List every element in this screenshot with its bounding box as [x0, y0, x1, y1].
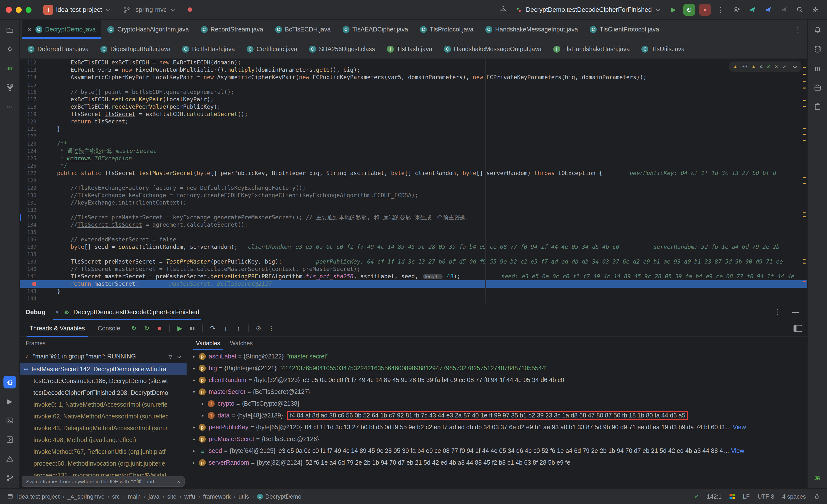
services-icon[interactable] [3, 433, 16, 446]
line-number[interactable]: 124 [20, 148, 43, 155]
debug-tool-window-icon[interactable] [3, 376, 16, 388]
variable-row-asciilabel[interactable]: ▸pasciiLabel = {String@2122}"master secr… [187, 351, 807, 362]
code-line-124[interactable]: 124 * 通过预主密匙计算 masterSecret [20, 148, 807, 155]
variable-row-seed[interactable]: ▸≡seed = {byte[64]@2125}e3 e5 0a 0c c0 f… [187, 445, 807, 457]
line-number[interactable]: 138 [20, 251, 43, 258]
stack-frame[interactable]: invoke:43, DelegatingMethodAccessorImpl … [20, 423, 187, 434]
more-actions-icon[interactable]: ⋮ [715, 4, 727, 15]
run-configuration-selector[interactable]: DecryptDemo.testDecodeCipherForFinished [513, 4, 664, 15]
project-widget[interactable]: I idea-test-project [40, 3, 114, 16]
paper-plane-icon-teal[interactable] [746, 4, 758, 15]
line-number[interactable]: 117 [20, 96, 43, 103]
chevron-down-icon[interactable]: ▾ [190, 389, 198, 394]
line-number[interactable]: 134 [20, 221, 43, 229]
layout-settings-icon[interactable] [793, 325, 802, 332]
code-line-121[interactable]: 121 } [20, 125, 807, 133]
line-number[interactable]: 133 [20, 214, 43, 221]
code-with-me-icon[interactable] [731, 4, 742, 15]
clipboard-icon[interactable] [811, 100, 824, 113]
breadcrumb-file[interactable]: CDecryptDemo [257, 493, 301, 500]
line-number[interactable]: 129 [20, 184, 43, 192]
structure-icon[interactable] [3, 81, 16, 94]
code-line-118[interactable]: 118 exBcTlsECDH.receivePeerValue(peerPub… [20, 103, 807, 111]
debug-options-icon[interactable]: ⋮ [772, 306, 784, 318]
code-line-127[interactable]: 127 public static TlsSecret testMasterSe… [20, 170, 807, 177]
stack-frame[interactable]: invokeMethod:767, ReflectionUtils (org.j… [20, 446, 187, 458]
code-line-140[interactable]: 140 // TlsSecret masterSecret = TlsUtils… [20, 266, 807, 273]
line-number[interactable]: 140 [20, 266, 43, 273]
jrebel-badge[interactable]: JR [811, 471, 824, 484]
chevron-right-icon[interactable]: ▸ [199, 413, 207, 418]
chevron-right-icon[interactable]: ▸ [190, 437, 198, 442]
variable-row-premastersecret[interactable]: ▸ppreMasterSecret = {BcTlsSecret@2126} [187, 433, 807, 445]
line-number[interactable] [20, 280, 43, 288]
vcs-branch-widget[interactable]: spring-mvc [118, 2, 179, 17]
tab-bctlsecdh-java[interactable]: CBcTlsECDH.java [269, 20, 336, 39]
code-line-116[interactable]: 116 // byte[] point = bcTlsECDH.generate… [20, 89, 807, 96]
tab-cryptohashalgorithm-java[interactable]: CCryptoHashAlgorithm.java [102, 20, 195, 39]
code-line-144[interactable]: 144 [20, 295, 807, 302]
code-line-129[interactable]: 129 //TlsKeyExchangeFactory factory = ne… [20, 184, 807, 192]
step-over-icon[interactable]: ↷ [207, 322, 218, 334]
line-number[interactable]: 116 [20, 89, 43, 96]
terminal-icon[interactable] [3, 414, 16, 427]
stack-frame[interactable]: ↩testMasterSecret:142, DecryptDemo (site… [20, 363, 187, 375]
problems-icon[interactable] [3, 452, 16, 465]
breadcrumb-item[interactable]: idea-test-project [17, 493, 59, 500]
breadcrumb-item[interactable]: utils [239, 493, 249, 500]
chevron-right-icon[interactable]: ▸ [199, 401, 207, 406]
line-number[interactable]: 130 [20, 192, 43, 199]
line-number[interactable]: 114 [20, 74, 43, 81]
code-line-138[interactable]: 138 [20, 251, 807, 258]
stack-frame[interactable]: invoke:498, Method (java.lang.reflect) [20, 434, 187, 446]
chevron-right-icon[interactable]: ▸ [190, 425, 198, 430]
variable-row-clientrandom[interactable]: ▸pclientRandom = {byte[32]@2123}e3 e5 0a… [187, 374, 807, 386]
code-line-120[interactable]: 120 return tlsSecret; [20, 118, 807, 125]
run-tool-window-icon[interactable]: ▶ [3, 395, 16, 408]
rerun-icon[interactable]: ↻ [128, 322, 140, 334]
debug-more-icon[interactable]: ⋮ [265, 322, 277, 334]
indent-indicator[interactable]: 4 spaces [782, 493, 806, 500]
line-number[interactable]: 119 [20, 111, 43, 118]
previous-problem-icon[interactable] [783, 65, 787, 69]
encoding-indicator[interactable]: UTF-8 [758, 493, 774, 500]
tab-console[interactable]: Console [93, 320, 125, 337]
view-link[interactable]: View [733, 424, 746, 431]
tab-tlsutils-java[interactable]: CTlsUtils.java [636, 39, 691, 58]
project-folder-icon[interactable] [3, 23, 16, 37]
code-line-136[interactable]: 136 // extendedMasterSecret = false [20, 236, 807, 243]
line-number[interactable]: 144 [20, 295, 43, 302]
variable-row-data[interactable]: ▸fdata = {byte[48]@2139}f4 04 af 8d ad 3… [187, 409, 807, 422]
tab-tlshandshakehash-java[interactable]: ITlsHandshakeHash.java [547, 39, 636, 58]
tab-certificate-java[interactable]: CCertificate.java [241, 39, 303, 58]
code-line-125[interactable]: 125 * @throws IOException [20, 155, 807, 162]
hide-panel-icon[interactable]: — [790, 306, 801, 318]
variable-row-crypto[interactable]: ▸fcrypto = {BcTlsCrypto@2138} [187, 398, 807, 409]
version-control-icon[interactable] [3, 471, 16, 484]
stack-frame[interactable]: proceed:60, MethodInvocation (org.junit.… [20, 458, 187, 469]
line-number[interactable]: 127 [20, 170, 43, 177]
line-number[interactable]: 118 [20, 103, 43, 111]
tab-handshakemessageinput-java[interactable]: CHandshakeMessageInput.java [480, 20, 584, 39]
line-number[interactable]: 126 [20, 162, 43, 170]
code-line-137[interactable]: 137 byte[] seed = concat(clientRandom, s… [20, 243, 807, 251]
line-number[interactable]: 125 [20, 155, 43, 162]
tab-threads-variables[interactable]: Threads & Variables [25, 320, 90, 337]
tab-deferredhash-java[interactable]: CDeferredHash.java [22, 39, 95, 58]
code-line-122[interactable]: 122 [20, 133, 807, 140]
code-line-139[interactable]: 139 TlsSecret preMasterSecret = TestPreM… [20, 258, 807, 266]
close-icon[interactable]: × [55, 308, 59, 316]
inspections-widget[interactable]: ▲ 33 ▲ 4 ✔ 3 [729, 61, 801, 72]
close-window-button[interactable] [6, 7, 12, 12]
tab-watches[interactable]: Watches [225, 337, 258, 350]
code-line-143[interactable]: 143 } [20, 288, 807, 295]
tab-tlsclientprotocol-java[interactable]: CTlsClientProtocol.java [584, 20, 665, 39]
breadcrumb-item[interactable]: wtfu [184, 493, 195, 500]
hanger-icon[interactable] [497, 4, 509, 15]
line-number[interactable]: 113 [20, 66, 43, 74]
stack-frame[interactable]: testDecodeCipherForFinished:208, Decrypt… [20, 387, 187, 399]
settings-gear-icon[interactable] [809, 4, 821, 15]
code-line-126[interactable]: 126 */ [20, 162, 807, 170]
chevron-right-icon[interactable]: ▸ [190, 378, 198, 383]
search-icon[interactable] [793, 4, 805, 15]
